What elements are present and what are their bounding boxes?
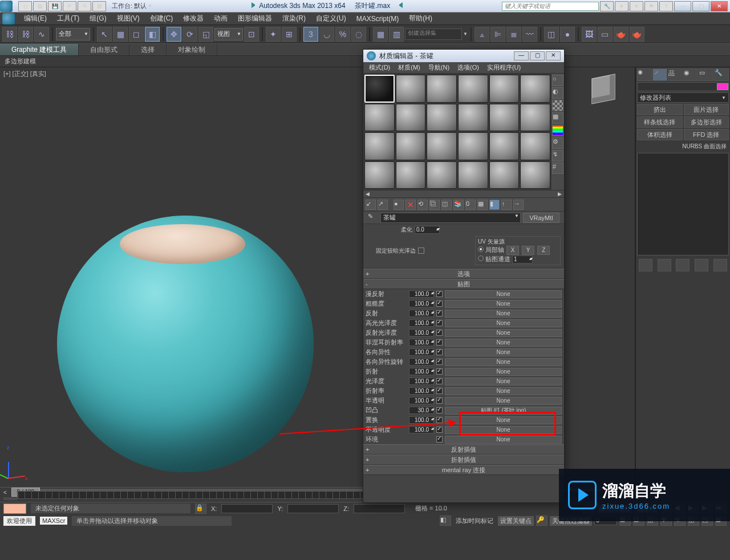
map-slot-button[interactable]: None: [445, 310, 562, 318]
mt-reset[interactable]: ⟲: [417, 200, 428, 210]
map-slot-button[interactable]: None: [445, 368, 562, 376]
stack-config[interactable]: [713, 259, 727, 271]
tb-tool2[interactable]: ✦: [615, 1, 628, 11]
slot-19[interactable]: [364, 161, 395, 189]
st-uv[interactable]: ▦: [552, 112, 563, 124]
obj-name-field[interactable]: [637, 82, 729, 91]
map-enable[interactable]: [436, 407, 443, 413]
tool-asnap[interactable]: ◡: [319, 27, 334, 42]
slot-4[interactable]: [458, 75, 488, 103]
uv-mapch-radio[interactable]: [478, 255, 484, 261]
menu-anim[interactable]: 动画: [209, 13, 232, 25]
qab-redo[interactable]: ↷: [78, 1, 91, 11]
map-slot-button[interactable]: 贴图 #1 (茶叶.jpg): [445, 407, 562, 415]
tool-snap[interactable]: 3: [303, 27, 318, 42]
map-enable[interactable]: [436, 320, 443, 326]
ribbon-tab-selection[interactable]: 选择: [129, 44, 167, 55]
map-slot-button[interactable]: None: [445, 348, 562, 356]
map-slot-button[interactable]: None: [445, 436, 562, 444]
slot-12[interactable]: [520, 104, 550, 132]
menu-render[interactable]: 渲染(R): [278, 13, 310, 25]
slot-14[interactable]: [396, 132, 426, 160]
tool-rsetup[interactable]: 🖼: [582, 27, 597, 42]
coord-x[interactable]: [221, 504, 273, 513]
map-enable[interactable]: [436, 397, 443, 404]
qab-new[interactable]: ◻: [18, 1, 32, 11]
map-amount[interactable]: 100.0: [409, 397, 434, 404]
help-search[interactable]: [502, 2, 599, 11]
map-slot-button[interactable]: None: [445, 319, 562, 327]
map-amount[interactable]: 100.0: [409, 329, 434, 336]
map-amount[interactable]: 100.0: [409, 339, 434, 346]
menu-tools[interactable]: 工具(T): [52, 13, 84, 25]
slot-20[interactable]: [396, 161, 426, 189]
rollout-maps[interactable]: -贴图: [363, 279, 564, 289]
maxscr-label[interactable]: MAXScr: [40, 517, 67, 525]
tool-pivot[interactable]: ⊡: [244, 27, 259, 42]
st-mapid[interactable]: #: [552, 163, 563, 174]
mated-max[interactable]: ▢: [530, 51, 545, 60]
win-close[interactable]: ✕: [711, 1, 728, 11]
mt-put[interactable]: ↗: [378, 200, 388, 210]
map-slot-button[interactable]: None: [445, 378, 562, 385]
qab-undo[interactable]: ↶: [63, 1, 76, 11]
mated-titlebar[interactable]: 材质编辑器 - 茶罐 — ▢ ✕: [363, 50, 564, 62]
mod-splinesel[interactable]: 样条线选择: [637, 116, 683, 128]
selection-set[interactable]: 创建选择集: [405, 29, 462, 40]
ref-coord[interactable]: 视图: [214, 28, 243, 40]
menu-views[interactable]: 视图(V): [112, 13, 144, 25]
mated-min[interactable]: —: [514, 51, 529, 60]
rollout-refr[interactable]: +折射插值: [363, 455, 564, 465]
map-amount[interactable]: 100.0: [409, 300, 434, 307]
mm-mat[interactable]: 材质(M): [395, 63, 424, 72]
tool-mirror[interactable]: ⟁: [474, 27, 489, 42]
slot-10[interactable]: [458, 104, 488, 132]
tool-move[interactable]: ✥: [167, 27, 181, 42]
uv-y[interactable]: Y: [522, 246, 534, 255]
tool-spinsnap[interactable]: ◌: [351, 27, 366, 42]
stack-pin[interactable]: [639, 259, 652, 271]
fixdark-check[interactable]: [418, 247, 424, 254]
mt-showmap[interactable]: ▦: [477, 200, 488, 210]
mt-showend[interactable]: ▮: [489, 200, 500, 210]
tool-render[interactable]: 🫖: [614, 27, 628, 42]
map-amount[interactable]: 100.0: [409, 290, 434, 298]
map-amount[interactable]: 100.0: [409, 358, 434, 366]
tool-window[interactable]: ◧: [145, 27, 160, 42]
menu-group[interactable]: 组(G): [85, 13, 111, 25]
tag-icon[interactable]: ◧: [440, 516, 451, 526]
map-slot-button[interactable]: None: [445, 329, 562, 337]
mt-goparent[interactable]: ↑: [501, 200, 512, 210]
st-toggle[interactable]: ↯: [552, 150, 563, 161]
tool-rotate[interactable]: ⟳: [182, 27, 197, 42]
tool-qrender[interactable]: 🫖: [630, 27, 644, 42]
tb-tool3[interactable]: ✕: [630, 1, 643, 11]
mod-nurbs[interactable]: NURBS 曲面选择: [637, 141, 729, 152]
slot-23[interactable]: [489, 161, 520, 189]
map-amount[interactable]: 100.0: [409, 426, 434, 433]
mod-ffdsel[interactable]: FFD 选择: [684, 129, 729, 140]
map-enable[interactable]: [436, 436, 443, 443]
material-type[interactable]: VRayMtl: [523, 213, 559, 223]
tool-matedit[interactable]: ●: [560, 27, 575, 42]
tool-bind[interactable]: ∿: [34, 27, 49, 42]
modifier-stack[interactable]: [637, 153, 729, 255]
slot-17[interactable]: [489, 132, 520, 160]
mt-gofwd[interactable]: →: [513, 200, 524, 210]
slot-1[interactable]: [364, 75, 395, 103]
map-amount[interactable]: 100.0: [409, 387, 434, 395]
mod-patchsel[interactable]: 面片选择: [684, 104, 729, 115]
mt-makeuni[interactable]: ◫: [441, 200, 452, 210]
tool-link[interactable]: ⛓: [2, 27, 17, 42]
modifier-list[interactable]: 修改器列表: [637, 92, 729, 103]
mt-matid[interactable]: 0: [465, 200, 476, 210]
mm-mode[interactable]: 模式(D): [366, 63, 394, 72]
viewport-label[interactable]: [+] [正交] [真实]: [3, 70, 46, 78]
cmd-tab-modify[interactable]: ⟋: [652, 68, 667, 81]
workspace-label[interactable]: 工作台: 默认: [112, 2, 147, 10]
menu-modifiers[interactable]: 修改器: [179, 13, 208, 25]
object-teapot-lid[interactable]: [120, 224, 245, 264]
ribbon-tab-freeform[interactable]: 自由形式: [79, 44, 129, 55]
tool-layer[interactable]: ≣: [506, 27, 521, 42]
setkey-btn[interactable]: 设置关键点: [498, 516, 534, 526]
